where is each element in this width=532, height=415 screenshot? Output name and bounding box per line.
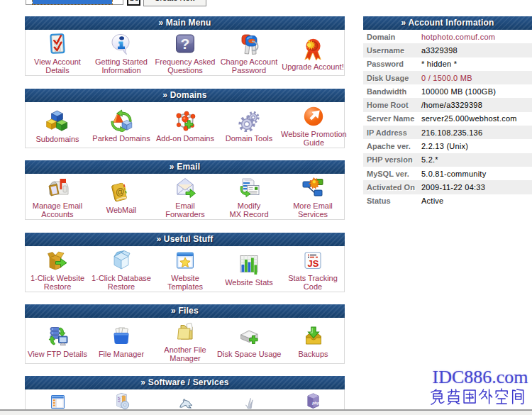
svg-text:?: ? [181, 35, 190, 51]
svg-text:php: php [311, 401, 320, 405]
svg-text:JS: JS [308, 258, 319, 269]
